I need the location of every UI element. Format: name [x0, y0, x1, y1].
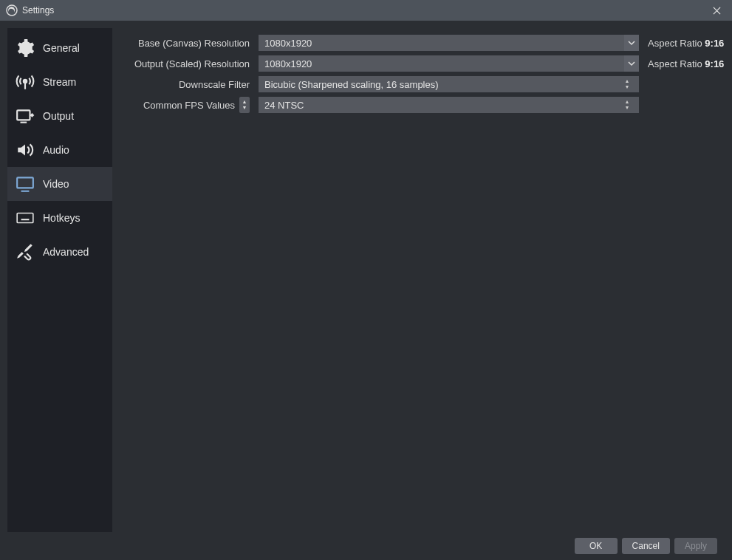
sidebar-item-advanced[interactable]: Advanced [7, 235, 112, 269]
keyboard-icon [15, 208, 35, 228]
base-resolution-select[interactable]: 1080x1920 [259, 35, 639, 51]
downscale-filter-row: Downscale Filter Bicubic (Sharpened scal… [121, 75, 725, 93]
dialog-footer: OK Cancel Apply [7, 532, 725, 560]
fps-type-spinner[interactable]: ▲▼ [239, 97, 250, 113]
sidebar-item-audio[interactable]: Audio [7, 133, 112, 167]
sidebar-item-label: Hotkeys [43, 212, 81, 224]
close-button[interactable] [707, 3, 726, 18]
ok-button[interactable]: OK [575, 538, 618, 554]
cancel-button[interactable]: Cancel [622, 538, 670, 554]
sidebar-item-output[interactable]: Output [7, 99, 112, 133]
fps-value-select[interactable]: 24 NTSC ▲▼ [259, 97, 639, 113]
sidebar-item-general[interactable]: General [7, 31, 112, 65]
sidebar-item-stream[interactable]: Stream [7, 65, 112, 99]
apply-button: Apply [674, 538, 717, 554]
output-resolution-select[interactable]: 1080x1920 [259, 55, 639, 72]
video-settings-panel: Base (Canvas) Resolution 1080x1920 Aspec… [112, 28, 725, 532]
sidebar-item-video[interactable]: Video [7, 167, 112, 201]
obs-icon [6, 4, 18, 16]
sidebar-item-label: Stream [43, 76, 76, 88]
output-icon [15, 106, 35, 126]
sidebar-item-label: General [43, 42, 80, 54]
gear-icon [15, 38, 35, 58]
chevron-down-icon[interactable] [624, 35, 639, 51]
svg-rect-5 [17, 177, 33, 188]
base-resolution-value: 1080x1920 [264, 38, 312, 49]
titlebar: Settings [0, 0, 732, 21]
downscale-filter-value: Bicubic (Sharpened scaling, 16 samples) [264, 79, 439, 90]
downscale-filter-label: Downscale Filter [121, 79, 254, 90]
fps-type-label-wrap: Common FPS Values ▲▼ [121, 97, 254, 113]
spinner-icon[interactable]: ▲▼ [621, 76, 633, 92]
svg-rect-7 [17, 214, 33, 223]
sidebar-item-label: Video [43, 178, 69, 190]
monitor-icon [15, 174, 35, 194]
svg-point-1 [24, 80, 27, 83]
svg-rect-3 [17, 110, 30, 120]
sidebar-item-label: Output [43, 110, 74, 122]
base-aspect-label: Aspect Ratio 9:16 [643, 38, 725, 49]
settings-sidebar: General Stream Output [7, 28, 112, 532]
downscale-filter-select[interactable]: Bicubic (Sharpened scaling, 16 samples) … [259, 76, 639, 92]
speaker-icon [15, 140, 35, 160]
window-title: Settings [22, 5, 707, 16]
output-resolution-label: Output (Scaled) Resolution [121, 58, 254, 69]
sidebar-item-label: Advanced [43, 246, 89, 258]
fps-value: 24 NTSC [264, 100, 304, 111]
output-resolution-row: Output (Scaled) Resolution 1080x1920 Asp… [121, 55, 725, 72]
sidebar-item-label: Audio [43, 144, 69, 156]
fps-type-label: Common FPS Values [143, 100, 235, 111]
output-aspect-ratio: 9:16 [705, 58, 724, 69]
tools-icon [15, 242, 35, 262]
chevron-down-icon[interactable] [624, 55, 639, 72]
broadcast-icon [15, 72, 35, 92]
output-aspect-label: Aspect Ratio 9:16 [643, 58, 725, 69]
sidebar-item-hotkeys[interactable]: Hotkeys [7, 201, 112, 235]
base-resolution-label: Base (Canvas) Resolution [121, 38, 254, 49]
output-resolution-value: 1080x1920 [264, 58, 312, 69]
fps-row: Common FPS Values ▲▼ 24 NTSC ▲▼ [121, 96, 725, 114]
base-aspect-ratio: 9:16 [705, 38, 724, 49]
base-resolution-row: Base (Canvas) Resolution 1080x1920 Aspec… [121, 34, 725, 52]
spinner-icon[interactable]: ▲▼ [621, 97, 633, 113]
